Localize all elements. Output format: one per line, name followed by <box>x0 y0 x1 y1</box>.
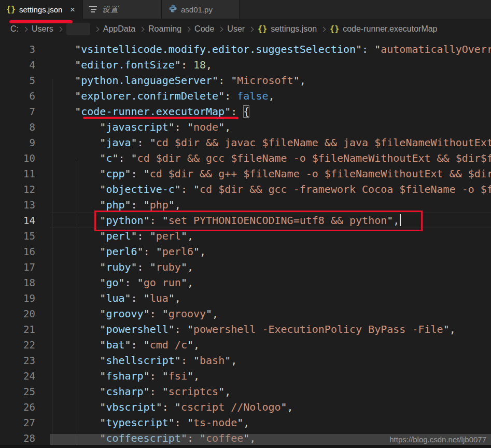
code-text: "csharp": "scriptcs", <box>50 384 491 399</box>
code-text: "cpp": "cd $dir && g++ $fileName -o $fil… <box>50 166 491 181</box>
breadcrumb-label: code-runner.executorMap <box>343 24 437 34</box>
code-text: "ruby": "ruby", <box>50 259 491 275</box>
breadcrumb-item-redacted[interactable] <box>66 23 90 35</box>
code-line-9[interactable]: 9 "java": "cd $dir && javac $fileName &&… <box>0 135 491 150</box>
code-text: "javascript": "node", <box>50 119 491 135</box>
chevron-right-icon <box>218 26 223 32</box>
code-text: "explorer.confirmDelete": false, <box>50 88 491 104</box>
code-text: "perl": "perl", <box>50 228 491 244</box>
settings-list-icon <box>89 5 99 14</box>
code-line-24[interactable]: 24 "fsharp": "fsi", <box>0 368 491 384</box>
tab-settings-json[interactable]: {} settings.json × <box>0 0 83 19</box>
code-line-10[interactable]: 10 "c": "cd $dir && gcc $fileName -o $fi… <box>0 150 491 166</box>
json-file-icon: {} <box>6 5 16 14</box>
line-number: 5 <box>0 73 50 88</box>
breadcrumb-label: C: <box>10 24 19 34</box>
code-line-17[interactable]: 17 "ruby": "ruby", <box>0 259 491 275</box>
code-text: "java": "cd $dir && javac $fileName && j… <box>50 135 491 150</box>
code-line-27[interactable]: 27 "typescript": "ts-node", <box>0 415 491 430</box>
watermark: https://blog.csdn.net/ljb0077 <box>389 435 486 444</box>
line-number: 19 <box>0 290 50 306</box>
code-line-25[interactable]: 25 "csharp": "scriptcs", <box>0 384 491 399</box>
breadcrumb-item[interactable]: Roaming <box>148 24 181 34</box>
code-line-22[interactable]: 22 "bat": "cmd /c", <box>0 337 491 353</box>
breadcrumb-item[interactable]: {}code-runner.executorMap <box>330 24 437 34</box>
line-number: 13 <box>0 197 50 213</box>
breadcrumb-item[interactable]: Users <box>32 24 53 34</box>
code-line-20[interactable]: 20 "groovy": "groovy", <box>0 306 491 321</box>
code-text: "lua": "lua", <box>50 290 491 306</box>
code-line-8[interactable]: 8 "javascript": "node", <box>0 119 491 135</box>
chevron-right-icon <box>139 26 145 32</box>
breadcrumb-label: Users <box>32 24 53 34</box>
window-bottom-edge <box>0 445 491 448</box>
breadcrumb-label: Roaming <box>148 24 181 34</box>
line-number: 28 <box>0 430 50 446</box>
code-line-6[interactable]: 6 "explorer.confirmDelete": false, <box>0 88 491 104</box>
tab-settings-ui[interactable]: 设置 <box>83 0 162 19</box>
tab-label: 设置 <box>102 5 119 15</box>
breadcrumb-label: AppData <box>103 24 135 34</box>
breadcrumb: C:UsersAppDataRoamingCodeUser{}settings.… <box>0 19 491 39</box>
editor-pane[interactable]: 3 "vsintellicode.modify.editor.suggestSe… <box>0 39 491 448</box>
line-number: 23 <box>0 353 50 368</box>
line-number: 26 <box>0 399 50 415</box>
code-line-7[interactable]: 7 "code-runner.executorMap": { <box>0 104 491 119</box>
json-braces-icon: {} <box>330 24 339 34</box>
line-number: 15 <box>0 228 50 244</box>
tab-asd01-py[interactable]: asd01.py <box>162 0 240 19</box>
chevron-right-icon <box>94 26 99 32</box>
close-icon[interactable]: × <box>69 5 76 15</box>
json-braces-icon: {} <box>258 24 267 34</box>
line-number: 20 <box>0 306 50 321</box>
code-text: "objective-c": "cd $dir && gcc -framewor… <box>50 181 491 197</box>
code-line-5[interactable]: 5 "python.languageServer": "Microsoft", <box>0 73 491 88</box>
code-text: "perl6": "perl6", <box>50 244 491 259</box>
code-line-14[interactable]: 14 "python": "set PYTHONIOENCODING=utf8 … <box>0 213 491 228</box>
code-line-16[interactable]: 16 "perl6": "perl6", <box>0 244 491 259</box>
breadcrumb-item[interactable]: {}settings.json <box>258 24 317 34</box>
line-number: 12 <box>0 181 50 197</box>
breadcrumb-label: User <box>227 24 245 34</box>
code-text: "go": "go run", <box>50 275 491 290</box>
line-number: 11 <box>0 166 50 181</box>
breadcrumb-item[interactable]: User <box>227 24 245 34</box>
code-line-19[interactable]: 19 "lua": "lua", <box>0 290 491 306</box>
breadcrumb-item[interactable]: Code <box>194 24 214 34</box>
breadcrumb-item[interactable]: AppData <box>103 24 135 34</box>
code-text: "python.languageServer": "Microsoft", <box>50 73 491 88</box>
line-number: 16 <box>0 244 50 259</box>
line-number: 7 <box>0 104 50 119</box>
tab-bar: {} settings.json × 设置 asd01.py <box>0 0 491 19</box>
line-number: 4 <box>0 57 50 73</box>
code-text: "typescript": "ts-node", <box>50 415 491 430</box>
code-text: "powershell": "powershell -ExecutionPoli… <box>50 321 491 337</box>
line-number: 6 <box>0 88 50 104</box>
chevron-right-icon <box>249 26 254 32</box>
code-line-21[interactable]: 21 "powershell": "powershell -ExecutionP… <box>0 321 491 337</box>
tab-label: settings.json <box>19 5 62 14</box>
breadcrumb-item[interactable]: C: <box>10 24 19 34</box>
code-line-26[interactable]: 26 "vbscript": "cscript //Nologo", <box>0 399 491 415</box>
code-text: "vsintellicode.modify.editor.suggestSele… <box>50 41 491 57</box>
code-line-12[interactable]: 12 "objective-c": "cd $dir && gcc -frame… <box>0 181 491 197</box>
line-number: 21 <box>0 321 50 337</box>
python-icon <box>168 4 177 15</box>
chevron-right-icon <box>321 26 326 32</box>
line-number: 17 <box>0 259 50 275</box>
line-number: 3 <box>0 41 50 57</box>
line-number: 8 <box>0 119 50 135</box>
code-text: "c": "cd $dir && gcc $fileName -o $fileN… <box>50 150 491 166</box>
code-text: "groovy": "groovy", <box>50 306 491 321</box>
code-line-18[interactable]: 18 "go": "go run", <box>0 275 491 290</box>
code-line-3[interactable]: 3 "vsintellicode.modify.editor.suggestSe… <box>0 41 491 57</box>
code-text: "fsharp": "fsi", <box>50 368 491 384</box>
code-line-4[interactable]: 4 "editor.fontSize": 18, <box>0 57 491 73</box>
breadcrumb-label: settings.json <box>271 24 317 34</box>
code-line-23[interactable]: 23 "shellscript": "bash", <box>0 353 491 368</box>
code-line-13[interactable]: 13 "php": "php", <box>0 197 491 213</box>
code-line-11[interactable]: 11 "cpp": "cd $dir && g++ $fileName -o $… <box>0 166 491 181</box>
line-number: 18 <box>0 275 50 290</box>
chevron-right-icon <box>23 26 28 32</box>
code-line-15[interactable]: 15 "perl": "perl", <box>0 228 491 244</box>
